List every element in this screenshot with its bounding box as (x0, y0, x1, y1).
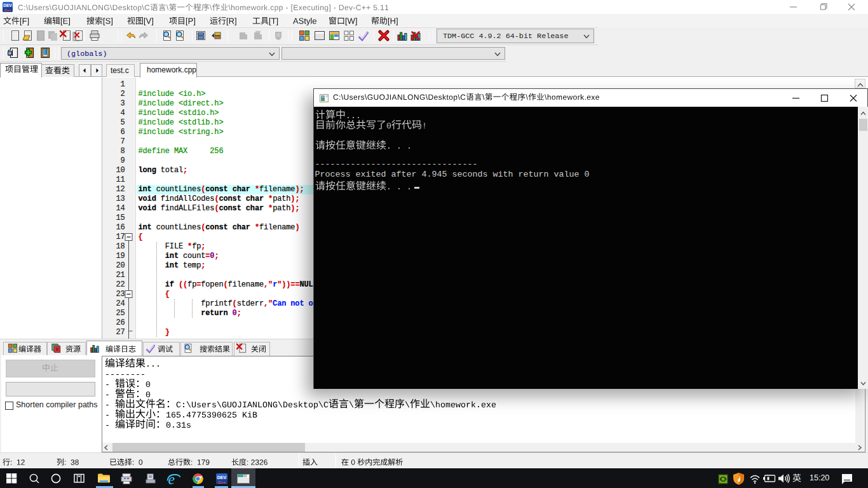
svg-text:C++: C++ (218, 480, 226, 484)
svg-text:DEV: DEV (3, 3, 12, 8)
svg-text:C++: C++ (4, 8, 11, 12)
svg-text:DEV: DEV (217, 475, 227, 480)
